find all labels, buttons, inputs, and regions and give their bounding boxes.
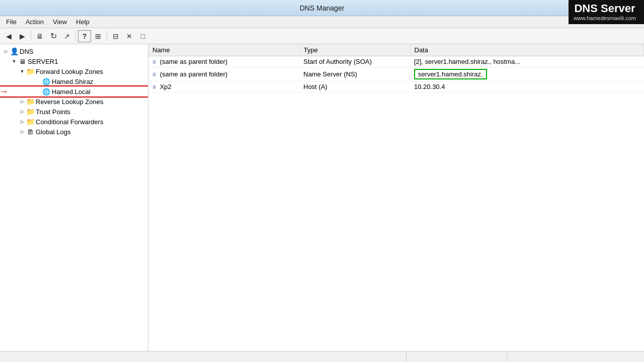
tree-item-hamed-local[interactable]: 🌐 Hamed.Local (0, 86, 148, 97)
record-data-1: [2], server1.hamed.shiraz., hostma... (410, 56, 644, 67)
properties-button[interactable]: ⊟ (109, 30, 122, 42)
tree-label-server1: SERVER1 (28, 58, 58, 65)
show-scope-button[interactable]: 🖥 (33, 30, 46, 42)
table-row[interactable]: ≡ (same as parent folder) Name Server (N… (148, 67, 644, 81)
col-header-name[interactable]: Name (148, 44, 299, 56)
tree-expander-forward: ▼ (18, 67, 26, 75)
export-button[interactable]: ↗ (60, 30, 73, 42)
tree-label-hamed-local: Hamed.Local (52, 88, 91, 96)
tree-expander-hamed-local (34, 87, 42, 96)
status-bar (0, 351, 644, 362)
tree-label-reverse: Reverse Lookup Zones (36, 98, 103, 106)
content-panel: Name Type Data ≡ (same as parent folder)… (148, 44, 644, 351)
help-button[interactable]: ? (78, 30, 91, 42)
view2-button[interactable]: ⊞ (92, 30, 105, 42)
folder-icon-reverse: 📁 (26, 98, 34, 106)
record-icon-1: ≡ (152, 58, 156, 65)
record-type-3: Host (A) (299, 81, 410, 93)
menu-bar: File Action View Help (0, 16, 644, 28)
toolbar-separator-3 (107, 31, 107, 41)
server1-icon: 🖥 (18, 57, 26, 65)
dns-badge: DNS Server www.hamedesmaeili.com (569, 0, 644, 24)
status-section-left (4, 351, 407, 362)
tree-expander-reverse: ▷ (18, 98, 26, 106)
col-header-data[interactable]: Data (410, 44, 644, 56)
dns-badge-subtitle: www.hamedesmaeili.com (574, 15, 636, 22)
tree-label-hamed-shiraz: Hamed.Shiraz (52, 78, 93, 85)
tree-item-trust-points[interactable]: ▷ 📁 Trust Points (0, 107, 148, 117)
forward-button[interactable]: ▶ (16, 30, 29, 42)
record-type-1: Start of Authority (SOA) (299, 56, 410, 67)
tree-item-reverse-lookup[interactable]: ▷ 📁 Reverse Lookup Zones (0, 97, 148, 107)
globe-icon-local: 🌐 (42, 87, 50, 96)
menu-action[interactable]: Action (22, 17, 48, 27)
records-table: Name Type Data ≡ (same as parent folder)… (148, 44, 644, 93)
record-data-3: 10.20.30.4 (410, 81, 644, 93)
toolbar: ◀ ▶ 🖥 ↻ ↗ ? ⊞ ⊟ ✕ □ (0, 28, 644, 44)
tree-label-dns: DNS (20, 48, 33, 55)
col-header-type[interactable]: Type (299, 44, 410, 56)
tree-label-forward: Forward Lookup Zones (36, 68, 103, 75)
record-type-2: Name Server (NS) (299, 67, 410, 81)
tree-label-trust: Trust Points (36, 108, 70, 116)
tree-expander-hamed-shiraz (34, 77, 42, 85)
record-name-3: ≡ Xp2 (148, 81, 299, 93)
server-log-icon: 🖹 (26, 128, 34, 136)
dns-badge-title: DNS Server (574, 2, 635, 15)
tree-panel: ▷ 👤 DNS ▼ 🖥 SERVER1 ▼ 📁 Forward Lookup Z… (0, 44, 148, 351)
toolbar-separator-1 (31, 31, 31, 41)
table-row[interactable]: ≡ Xp2 Host (A) 10.20.30.4 (148, 81, 644, 93)
tree-label-conditional: Conditional Forwarders (36, 118, 103, 126)
globe-icon-shiraz: 🌐 (42, 77, 50, 85)
folder-icon-trust: 📁 (26, 108, 34, 116)
tree-expander-server1: ▼ (10, 57, 18, 65)
record-data-2: server1.hamed.shiraz. (410, 67, 644, 81)
delete-button[interactable]: ✕ (123, 30, 136, 42)
tree-item-global-logs[interactable]: ▷ 🖹 Global Logs (0, 127, 148, 137)
tree-item-server1[interactable]: ▼ 🖥 SERVER1 (0, 56, 148, 66)
tree-expander-global-logs: ▷ (18, 128, 26, 136)
menu-help[interactable]: Help (72, 17, 94, 27)
record-name-2: ≡ (same as parent folder) (148, 67, 299, 81)
toolbar-separator-2 (75, 31, 76, 41)
tree-expander-trust: ▷ (18, 108, 26, 116)
new-button[interactable]: □ (136, 30, 149, 42)
table-row[interactable]: ≡ (same as parent folder) Start of Autho… (148, 56, 644, 67)
tree-item-dns[interactable]: ▷ 👤 DNS (0, 46, 148, 56)
folder-icon-conditional: 📁 (26, 118, 34, 126)
tree-expander-dns: ▷ (2, 47, 10, 55)
record-icon-3: ≡ (152, 83, 156, 90)
refresh-button[interactable]: ↻ (47, 30, 60, 42)
tree-label-global-logs: Global Logs (36, 128, 70, 136)
back-button[interactable]: ◀ (2, 30, 15, 42)
tree-expander-conditional: ▷ (18, 118, 26, 126)
highlighted-data-cell: server1.hamed.shiraz. (414, 69, 487, 79)
tree-item-hamed-shiraz[interactable]: 🌐 Hamed.Shiraz (0, 76, 148, 86)
tree-item-hamed-local-wrapper: → 🌐 Hamed.Local (0, 86, 148, 97)
folder-icon-forward: 📁 (26, 67, 34, 75)
window-title: DNS Manager (300, 4, 345, 12)
main-area: ▷ 👤 DNS ▼ 🖥 SERVER1 ▼ 📁 Forward Lookup Z… (0, 44, 644, 351)
tree-item-forward-lookup[interactable]: ▼ 📁 Forward Lookup Zones (0, 66, 148, 76)
record-name-1: ≡ (same as parent folder) (148, 56, 299, 67)
menu-view[interactable]: View (49, 17, 71, 27)
record-icon-2: ≡ (152, 71, 156, 78)
status-section-middle (407, 351, 507, 362)
dns-icon: 👤 (10, 47, 18, 55)
tree-item-conditional-forwarders[interactable]: ▷ 📁 Conditional Forwarders (0, 117, 148, 127)
menu-file[interactable]: File (2, 17, 21, 27)
title-bar: DNS Manager DNS Server www.hamedesmaeili… (0, 0, 644, 16)
